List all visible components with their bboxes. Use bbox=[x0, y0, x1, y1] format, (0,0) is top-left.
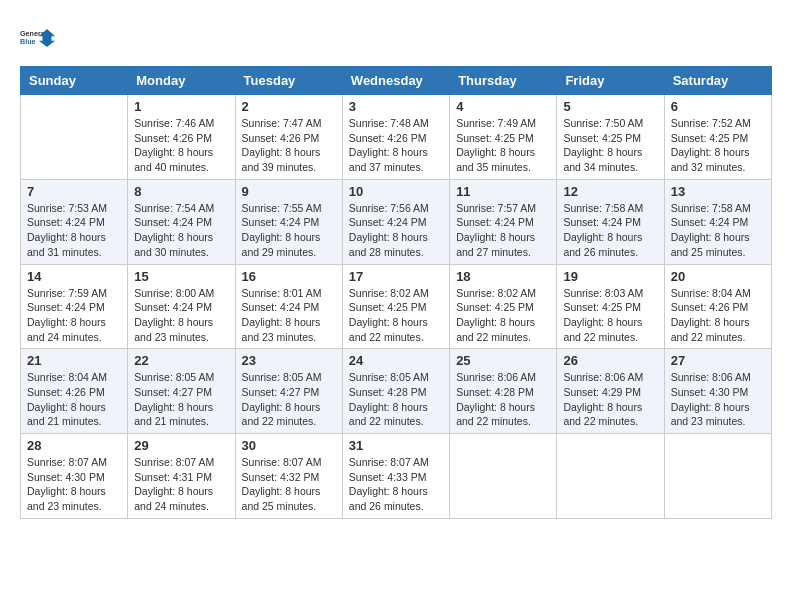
weekday-header-thursday: Thursday bbox=[450, 67, 557, 95]
day-number: 15 bbox=[134, 269, 228, 284]
calendar-cell: 27Sunrise: 8:06 AMSunset: 4:30 PMDayligh… bbox=[664, 349, 771, 434]
calendar-cell: 26Sunrise: 8:06 AMSunset: 4:29 PMDayligh… bbox=[557, 349, 664, 434]
day-number: 25 bbox=[456, 353, 550, 368]
calendar-cell: 11Sunrise: 7:57 AMSunset: 4:24 PMDayligh… bbox=[450, 179, 557, 264]
weekday-header-monday: Monday bbox=[128, 67, 235, 95]
calendar-cell: 23Sunrise: 8:05 AMSunset: 4:27 PMDayligh… bbox=[235, 349, 342, 434]
calendar-cell: 16Sunrise: 8:01 AMSunset: 4:24 PMDayligh… bbox=[235, 264, 342, 349]
calendar-cell: 1Sunrise: 7:46 AMSunset: 4:26 PMDaylight… bbox=[128, 95, 235, 180]
logo-icon: GeneralBlue bbox=[20, 20, 56, 56]
day-info: Sunrise: 8:07 AMSunset: 4:31 PMDaylight:… bbox=[134, 455, 228, 514]
day-info: Sunrise: 8:06 AMSunset: 4:30 PMDaylight:… bbox=[671, 370, 765, 429]
calendar-cell: 30Sunrise: 8:07 AMSunset: 4:32 PMDayligh… bbox=[235, 434, 342, 519]
day-info: Sunrise: 8:02 AMSunset: 4:25 PMDaylight:… bbox=[456, 286, 550, 345]
calendar-week-1: 1Sunrise: 7:46 AMSunset: 4:26 PMDaylight… bbox=[21, 95, 772, 180]
day-number: 9 bbox=[242, 184, 336, 199]
day-info: Sunrise: 8:07 AMSunset: 4:33 PMDaylight:… bbox=[349, 455, 443, 514]
weekday-header-wednesday: Wednesday bbox=[342, 67, 449, 95]
calendar-week-3: 14Sunrise: 7:59 AMSunset: 4:24 PMDayligh… bbox=[21, 264, 772, 349]
day-number: 22 bbox=[134, 353, 228, 368]
calendar-week-2: 7Sunrise: 7:53 AMSunset: 4:24 PMDaylight… bbox=[21, 179, 772, 264]
page-header: GeneralBlue bbox=[20, 20, 772, 56]
logo: GeneralBlue bbox=[20, 20, 56, 56]
day-info: Sunrise: 7:59 AMSunset: 4:24 PMDaylight:… bbox=[27, 286, 121, 345]
day-info: Sunrise: 7:46 AMSunset: 4:26 PMDaylight:… bbox=[134, 116, 228, 175]
day-number: 30 bbox=[242, 438, 336, 453]
day-info: Sunrise: 7:55 AMSunset: 4:24 PMDaylight:… bbox=[242, 201, 336, 260]
day-number: 18 bbox=[456, 269, 550, 284]
day-number: 11 bbox=[456, 184, 550, 199]
day-number: 19 bbox=[563, 269, 657, 284]
day-info: Sunrise: 8:07 AMSunset: 4:32 PMDaylight:… bbox=[242, 455, 336, 514]
day-number: 5 bbox=[563, 99, 657, 114]
calendar-cell: 25Sunrise: 8:06 AMSunset: 4:28 PMDayligh… bbox=[450, 349, 557, 434]
day-number: 12 bbox=[563, 184, 657, 199]
day-number: 26 bbox=[563, 353, 657, 368]
calendar-cell: 5Sunrise: 7:50 AMSunset: 4:25 PMDaylight… bbox=[557, 95, 664, 180]
calendar-cell: 21Sunrise: 8:04 AMSunset: 4:26 PMDayligh… bbox=[21, 349, 128, 434]
day-info: Sunrise: 8:05 AMSunset: 4:27 PMDaylight:… bbox=[134, 370, 228, 429]
weekday-header-saturday: Saturday bbox=[664, 67, 771, 95]
day-info: Sunrise: 7:58 AMSunset: 4:24 PMDaylight:… bbox=[671, 201, 765, 260]
calendar-cell: 8Sunrise: 7:54 AMSunset: 4:24 PMDaylight… bbox=[128, 179, 235, 264]
day-info: Sunrise: 8:06 AMSunset: 4:28 PMDaylight:… bbox=[456, 370, 550, 429]
calendar-cell: 17Sunrise: 8:02 AMSunset: 4:25 PMDayligh… bbox=[342, 264, 449, 349]
day-number: 24 bbox=[349, 353, 443, 368]
day-info: Sunrise: 7:57 AMSunset: 4:24 PMDaylight:… bbox=[456, 201, 550, 260]
day-number: 16 bbox=[242, 269, 336, 284]
calendar-cell: 10Sunrise: 7:56 AMSunset: 4:24 PMDayligh… bbox=[342, 179, 449, 264]
weekday-header-row: SundayMondayTuesdayWednesdayThursdayFrid… bbox=[21, 67, 772, 95]
calendar-cell: 14Sunrise: 7:59 AMSunset: 4:24 PMDayligh… bbox=[21, 264, 128, 349]
calendar-cell: 18Sunrise: 8:02 AMSunset: 4:25 PMDayligh… bbox=[450, 264, 557, 349]
calendar-cell: 9Sunrise: 7:55 AMSunset: 4:24 PMDaylight… bbox=[235, 179, 342, 264]
calendar-table: SundayMondayTuesdayWednesdayThursdayFrid… bbox=[20, 66, 772, 519]
weekday-header-sunday: Sunday bbox=[21, 67, 128, 95]
day-number: 14 bbox=[27, 269, 121, 284]
day-number: 17 bbox=[349, 269, 443, 284]
calendar-cell: 29Sunrise: 8:07 AMSunset: 4:31 PMDayligh… bbox=[128, 434, 235, 519]
day-info: Sunrise: 8:05 AMSunset: 4:27 PMDaylight:… bbox=[242, 370, 336, 429]
calendar-cell: 3Sunrise: 7:48 AMSunset: 4:26 PMDaylight… bbox=[342, 95, 449, 180]
day-number: 2 bbox=[242, 99, 336, 114]
day-number: 21 bbox=[27, 353, 121, 368]
day-number: 6 bbox=[671, 99, 765, 114]
day-number: 27 bbox=[671, 353, 765, 368]
calendar-week-4: 21Sunrise: 8:04 AMSunset: 4:26 PMDayligh… bbox=[21, 349, 772, 434]
day-info: Sunrise: 8:04 AMSunset: 4:26 PMDaylight:… bbox=[27, 370, 121, 429]
day-info: Sunrise: 7:49 AMSunset: 4:25 PMDaylight:… bbox=[456, 116, 550, 175]
day-number: 23 bbox=[242, 353, 336, 368]
day-info: Sunrise: 7:56 AMSunset: 4:24 PMDaylight:… bbox=[349, 201, 443, 260]
calendar-cell bbox=[557, 434, 664, 519]
calendar-cell: 28Sunrise: 8:07 AMSunset: 4:30 PMDayligh… bbox=[21, 434, 128, 519]
day-info: Sunrise: 7:52 AMSunset: 4:25 PMDaylight:… bbox=[671, 116, 765, 175]
weekday-header-tuesday: Tuesday bbox=[235, 67, 342, 95]
calendar-cell: 6Sunrise: 7:52 AMSunset: 4:25 PMDaylight… bbox=[664, 95, 771, 180]
day-info: Sunrise: 7:50 AMSunset: 4:25 PMDaylight:… bbox=[563, 116, 657, 175]
calendar-cell: 12Sunrise: 7:58 AMSunset: 4:24 PMDayligh… bbox=[557, 179, 664, 264]
day-info: Sunrise: 8:00 AMSunset: 4:24 PMDaylight:… bbox=[134, 286, 228, 345]
day-number: 8 bbox=[134, 184, 228, 199]
calendar-cell: 2Sunrise: 7:47 AMSunset: 4:26 PMDaylight… bbox=[235, 95, 342, 180]
day-number: 10 bbox=[349, 184, 443, 199]
calendar-cell: 31Sunrise: 8:07 AMSunset: 4:33 PMDayligh… bbox=[342, 434, 449, 519]
day-number: 7 bbox=[27, 184, 121, 199]
day-info: Sunrise: 8:04 AMSunset: 4:26 PMDaylight:… bbox=[671, 286, 765, 345]
calendar-cell: 24Sunrise: 8:05 AMSunset: 4:28 PMDayligh… bbox=[342, 349, 449, 434]
day-info: Sunrise: 8:02 AMSunset: 4:25 PMDaylight:… bbox=[349, 286, 443, 345]
day-number: 28 bbox=[27, 438, 121, 453]
weekday-header-friday: Friday bbox=[557, 67, 664, 95]
svg-text:Blue: Blue bbox=[20, 37, 36, 46]
day-number: 13 bbox=[671, 184, 765, 199]
day-number: 29 bbox=[134, 438, 228, 453]
calendar-cell bbox=[664, 434, 771, 519]
calendar-cell: 15Sunrise: 8:00 AMSunset: 4:24 PMDayligh… bbox=[128, 264, 235, 349]
calendar-week-5: 28Sunrise: 8:07 AMSunset: 4:30 PMDayligh… bbox=[21, 434, 772, 519]
day-info: Sunrise: 8:03 AMSunset: 4:25 PMDaylight:… bbox=[563, 286, 657, 345]
day-number: 3 bbox=[349, 99, 443, 114]
calendar-cell: 20Sunrise: 8:04 AMSunset: 4:26 PMDayligh… bbox=[664, 264, 771, 349]
day-info: Sunrise: 7:58 AMSunset: 4:24 PMDaylight:… bbox=[563, 201, 657, 260]
day-info: Sunrise: 8:07 AMSunset: 4:30 PMDaylight:… bbox=[27, 455, 121, 514]
day-number: 20 bbox=[671, 269, 765, 284]
day-number: 1 bbox=[134, 99, 228, 114]
day-info: Sunrise: 8:01 AMSunset: 4:24 PMDaylight:… bbox=[242, 286, 336, 345]
